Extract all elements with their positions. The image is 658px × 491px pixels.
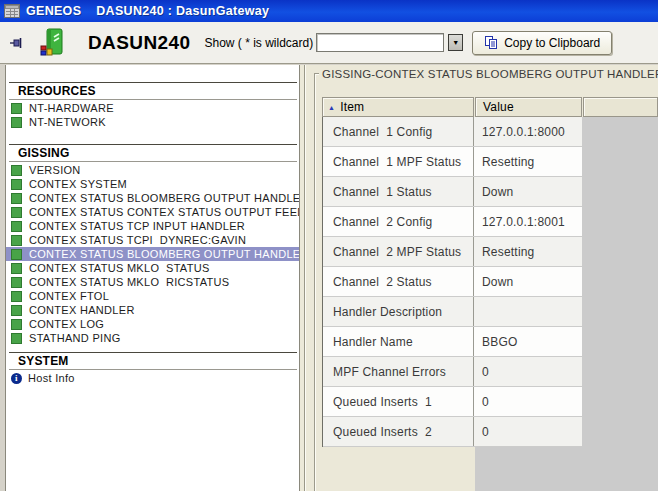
sidebar-item[interactable]: iHost Info	[6, 371, 299, 385]
table-row[interactable]: Queued Inserts 20	[323, 417, 582, 447]
column-header-filler	[583, 97, 658, 117]
status-square-icon	[11, 263, 22, 274]
sidebar-section: GISSINGVERSIONCONTEX SYSTEMCONTEX STATUS…	[6, 144, 299, 345]
sidebar-item[interactable]: CONTEX FTOL	[6, 289, 299, 303]
app-window: GENEOS DASUN240 : DasunGateway DASUN240	[0, 0, 658, 491]
table-row[interactable]: MPF Channel Errors0	[323, 357, 582, 387]
sort-ascending-icon: ▲	[328, 104, 335, 111]
status-square-icon	[11, 277, 22, 288]
item-cell[interactable]: MPF Channel Errors	[323, 357, 474, 386]
column-header-item[interactable]: ▲ Item	[322, 97, 474, 117]
table-header-row: ▲ Item Value	[322, 97, 582, 117]
table-row[interactable]: Handler NameBBGO	[323, 327, 582, 357]
group-box-title: GISSING-CONTEX STATUS BLOOMBERG OUTPUT H…	[319, 68, 658, 80]
sidebar-section: SYSTEMiHost Info	[6, 352, 299, 385]
table-row[interactable]: Channel 1 MPF StatusResetting	[323, 147, 582, 177]
table-row[interactable]: Channel 1 StatusDown	[323, 177, 582, 207]
filter-input[interactable]	[316, 33, 444, 52]
sidebar-item-label: VERSION	[29, 164, 81, 176]
value-cell[interactable]: 0	[474, 387, 582, 416]
sidebar-item-label: CONTEX LOG	[29, 318, 104, 330]
table-row[interactable]: Channel 1 Config127.0.0.1:8000	[323, 117, 582, 147]
status-square-icon	[11, 117, 22, 128]
sidebar-item-label: NT-HARDWARE	[29, 102, 114, 114]
sidebar-item[interactable]: CONTEX STATUS MKLO RICSTATUS	[6, 275, 299, 289]
dropdown-arrow-icon: ▼	[452, 39, 459, 46]
toolbar: DASUN240 Show ( * is wildcard) ▼ Copy to…	[0, 22, 658, 64]
sidebar-item-label: CONTEX STATUS BLOOMBERG OUTPUT HANDLER	[29, 248, 299, 260]
table-body: Channel 1 Config127.0.0.1:8000Channel 1 …	[322, 117, 582, 447]
item-cell[interactable]: Queued Inserts 1	[323, 387, 474, 416]
item-cell[interactable]: Channel 2 Status	[323, 267, 474, 296]
item-cell[interactable]: Queued Inserts 2	[323, 417, 474, 446]
sidebar-item[interactable]: CONTEX HANDLER	[6, 303, 299, 317]
item-cell[interactable]: Handler Name	[323, 327, 474, 356]
value-cell[interactable]: 0	[474, 357, 582, 386]
panel-splitter[interactable]	[299, 65, 310, 491]
table-row[interactable]: Channel 2 StatusDown	[323, 267, 582, 297]
sidebar-item[interactable]: CONTEX STATUS TCP INPUT HANDLER	[6, 219, 299, 233]
table-row[interactable]: Channel 2 MPF StatusResetting	[323, 237, 582, 267]
main-panel: GISSING-CONTEX STATUS BLOOMBERG OUTPUT H…	[310, 65, 658, 491]
sidebar-item[interactable]: NT-NETWORK	[6, 115, 299, 129]
filter-dropdown-button[interactable]: ▼	[448, 34, 463, 51]
table-row[interactable]: Queued Inserts 10	[323, 387, 582, 417]
value-cell[interactable]: 127.0.0.1:8000	[474, 117, 582, 146]
value-cell[interactable]: Down	[474, 177, 582, 206]
sidebar-item[interactable]: VERSION	[6, 163, 299, 177]
item-cell[interactable]: Channel 1 Config	[323, 117, 474, 146]
value-cell[interactable]: BBGO	[474, 327, 582, 356]
group-box-border-left	[314, 74, 315, 491]
app-window-icon	[4, 4, 21, 19]
pin-icon[interactable]	[10, 36, 24, 50]
column-header-value[interactable]: Value	[475, 97, 582, 117]
gateway-app-icon	[39, 27, 66, 59]
sidebar-item[interactable]: CONTEX STATUS CONTEX STATUS OUTPUT FEED	[6, 205, 299, 219]
sidebar-item[interactable]: CONTEX SYSTEM	[6, 177, 299, 191]
sidebar-item-label: CONTEX FTOL	[29, 290, 109, 302]
item-cell[interactable]: Handler Description	[323, 297, 474, 326]
sidebar-item[interactable]: CONTEX STATUS TCPI DYNREC:GAVIN	[6, 233, 299, 247]
sidebar-item[interactable]: NT-HARDWARE	[6, 101, 299, 115]
status-square-icon	[11, 291, 22, 302]
sidebar-item-label: STATHAND PING	[29, 332, 121, 344]
item-cell[interactable]: Channel 2 MPF Status	[323, 237, 474, 266]
sidebar-item[interactable]: CONTEX LOG	[6, 317, 299, 331]
sidebar-item-label: CONTEX STATUS MKLO STATUS	[29, 262, 210, 274]
status-square-icon	[11, 179, 22, 190]
sidebar-section-header: SYSTEM	[9, 352, 297, 370]
sidebar-section-header: RESOURCES	[9, 82, 297, 100]
table-row[interactable]: Channel 2 Config127.0.0.1:8001	[323, 207, 582, 237]
title-bar[interactable]: GENEOS DASUN240 : DasunGateway	[0, 0, 658, 22]
sidebar-item-label: CONTEX STATUS TCP INPUT HANDLER	[29, 220, 245, 232]
sidebar-item-label: CONTEX STATUS TCPI DYNREC:GAVIN	[29, 234, 246, 246]
value-cell[interactable]	[474, 297, 582, 326]
item-cell[interactable]: Channel 1 MPF Status	[323, 147, 474, 176]
group-box-border-top: GISSING-CONTEX STATUS BLOOMBERG OUTPUT H…	[314, 66, 655, 81]
value-cell[interactable]: Resetting	[474, 147, 582, 176]
value-cell[interactable]: Resetting	[474, 237, 582, 266]
value-cell[interactable]: Down	[474, 267, 582, 296]
sidebar-item[interactable]: STATHAND PING	[6, 331, 299, 345]
sidebar-item[interactable]: CONTEX STATUS MKLO STATUS	[6, 261, 299, 275]
sidebar-section: RESOURCESNT-HARDWARENT-NETWORK	[6, 82, 299, 129]
status-square-icon	[11, 249, 22, 260]
status-square-icon	[11, 221, 22, 232]
status-square-icon	[11, 103, 22, 114]
table-row[interactable]: Handler Description	[323, 297, 582, 327]
sidebar: RESOURCESNT-HARDWARENT-NETWORKGISSINGVER…	[5, 65, 299, 491]
status-square-icon	[11, 207, 22, 218]
copy-button-label: Copy to Clipboard	[504, 36, 600, 50]
copy-to-clipboard-button[interactable]: Copy to Clipboard	[472, 31, 612, 55]
sidebar-item[interactable]: CONTEX STATUS BLOOMBERG OUTPUT HANDLER	[6, 191, 299, 205]
copy-icon	[484, 36, 498, 50]
value-cell[interactable]: 0	[474, 417, 582, 446]
value-cell[interactable]: 127.0.0.1:8001	[474, 207, 582, 236]
status-square-icon	[11, 305, 22, 316]
status-square-icon	[11, 333, 22, 344]
status-square-icon	[11, 165, 22, 176]
item-cell[interactable]: Channel 2 Config	[323, 207, 474, 236]
column-header-value-label: Value	[483, 100, 514, 114]
sidebar-item[interactable]: CONTEX STATUS BLOOMBERG OUTPUT HANDLER	[6, 247, 299, 261]
item-cell[interactable]: Channel 1 Status	[323, 177, 474, 206]
